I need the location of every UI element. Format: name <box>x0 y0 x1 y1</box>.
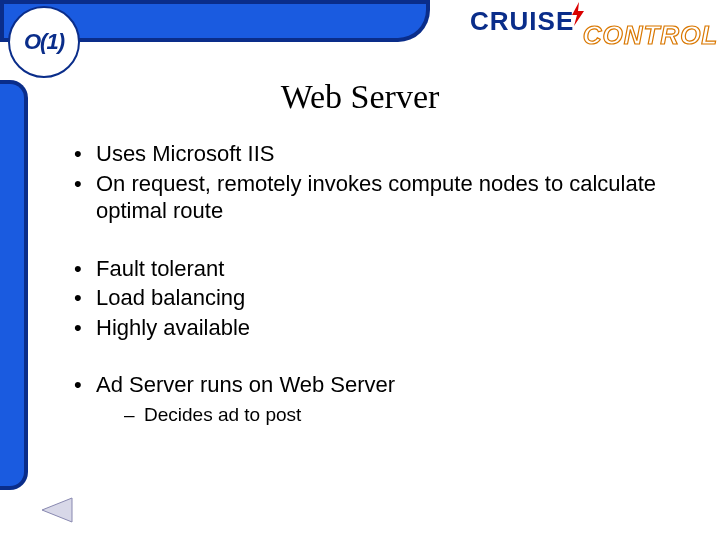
bullet-item: Highly available <box>72 314 672 342</box>
bullet-item: Uses Microsoft IIS <box>72 140 672 168</box>
product-logo-control: CONTROL <box>583 20 719 51</box>
svg-marker-1 <box>42 498 72 522</box>
company-logo: O(1) <box>8 6 80 78</box>
back-arrow-icon[interactable] <box>40 496 74 524</box>
bullet-item: On request, remotely invokes compute nod… <box>72 170 672 225</box>
bullet-item: Ad Server runs on Web Server Decides ad … <box>72 371 672 426</box>
product-logo-cruise: CRUISE <box>470 6 574 37</box>
left-accent-inner <box>0 84 24 486</box>
left-accent <box>0 80 28 490</box>
sub-bullet-item: Decides ad to post <box>124 403 672 427</box>
bullet-text: Ad Server runs on Web Server <box>96 372 395 397</box>
bullet-item: Fault tolerant <box>72 255 672 283</box>
slide-title: Web Server <box>0 78 720 116</box>
bullet-item: Load balancing <box>72 284 672 312</box>
product-logo: CRUISE CONTROL <box>470 6 718 37</box>
company-logo-text: O(1) <box>24 29 64 55</box>
slide-content: Uses Microsoft IIS On request, remotely … <box>72 140 672 428</box>
